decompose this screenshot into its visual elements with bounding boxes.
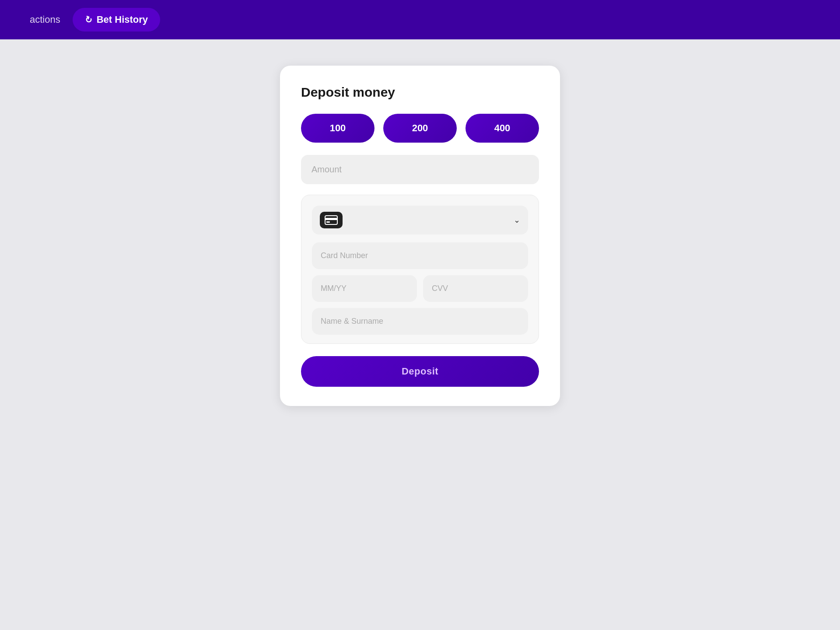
tab-bet-history[interactable]: ↻ Bet History <box>73 8 160 32</box>
card-type-selector[interactable]: ⌄ <box>312 206 528 234</box>
deposit-title: Deposit money <box>301 85 539 100</box>
deposit-button[interactable]: Deposit <box>301 356 539 387</box>
deposit-card: Deposit money 100 200 400 ⌄ <box>280 66 560 406</box>
refresh-icon: ↻ <box>83 14 94 26</box>
name-surname-input[interactable] <box>312 308 528 335</box>
amount-input[interactable] <box>301 155 539 184</box>
expiry-cvv-row <box>312 275 528 302</box>
amount-buttons-group: 100 200 400 <box>301 114 539 143</box>
credit-card-icon <box>325 215 338 225</box>
amount-button-200[interactable]: 200 <box>383 114 457 143</box>
cvv-input[interactable] <box>423 275 528 302</box>
card-number-input[interactable] <box>312 242 528 269</box>
svg-rect-1 <box>325 218 337 220</box>
tab-transactions[interactable]: actions <box>18 8 73 32</box>
card-section: ⌄ <box>301 195 539 344</box>
svg-rect-2 <box>326 221 330 223</box>
card-icon-wrapper <box>320 212 343 228</box>
tab-bet-history-label: Bet History <box>97 14 148 25</box>
header: actions ↻ Bet History <box>0 0 840 39</box>
expiry-input[interactable] <box>312 275 417 302</box>
amount-button-100[interactable]: 100 <box>301 114 374 143</box>
amount-button-400[interactable]: 400 <box>466 114 539 143</box>
chevron-down-icon: ⌄ <box>514 215 520 225</box>
name-input-wrapper <box>312 308 528 335</box>
main-content: Deposit money 100 200 400 ⌄ <box>0 39 840 432</box>
amount-input-wrapper <box>301 155 539 184</box>
